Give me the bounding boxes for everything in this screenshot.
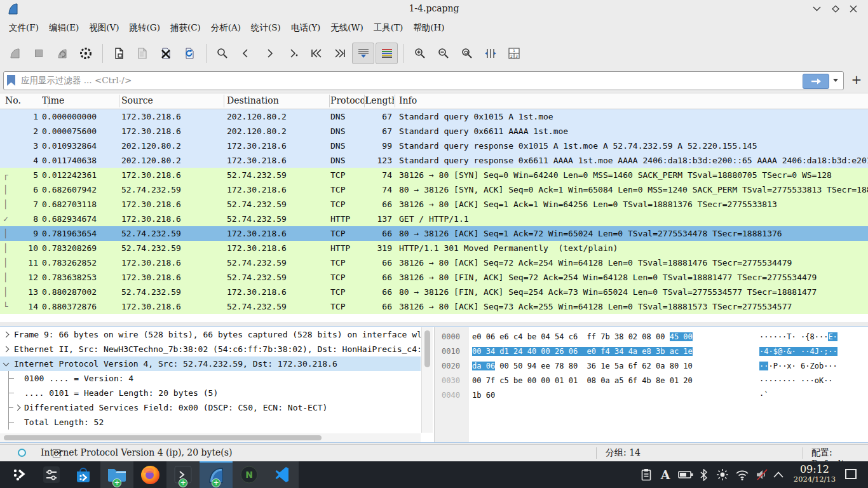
capture-options-icon[interactable]: [74, 43, 97, 64]
detail-line-1[interactable]: Ethernet II, Src: NewH3CTechno_7b:38:02 …: [0, 342, 421, 356]
packet-row-13[interactable]: │130.88028700252.74.232.59172.30.218.6TC…: [0, 285, 868, 299]
tray-clipboard-icon[interactable]: [638, 461, 654, 488]
packet-row-11[interactable]: │110.783262852172.30.218.652.74.232.59TC…: [0, 255, 868, 270]
column-header-info[interactable]: Info: [399, 95, 417, 105]
hex-ascii[interactable]: ······T· ·{8···E·: [759, 330, 837, 344]
filter-dropdown-caret-icon[interactable]: [833, 79, 838, 82]
column-header-no[interactable]: No.: [5, 95, 21, 105]
packet-row-2[interactable]: 20.000075600172.30.218.6202.120.80.2DNS6…: [0, 124, 868, 139]
column-header-source[interactable]: Source: [121, 95, 153, 105]
packet-row-14[interactable]: └140.880372876172.30.218.652.74.232.59TC…: [0, 299, 868, 314]
maximize-icon[interactable]: [829, 3, 843, 15]
menu-item-edit[interactable]: 编辑(E): [44, 20, 84, 36]
tray-battery-icon[interactable]: [676, 461, 695, 488]
taskbar-wireshark-icon[interactable]: +: [200, 461, 233, 488]
hex-ascii[interactable]: ·4·$@·&· ··4J·;··: [759, 344, 837, 359]
save-file-icon[interactable]: [131, 43, 153, 64]
tray-bluetooth-icon[interactable]: [696, 461, 710, 488]
go-forward-icon[interactable]: [258, 43, 280, 64]
scrollbar-thumb[interactable]: [4, 435, 322, 440]
column-separator[interactable]: [48, 95, 48, 107]
column-header-time[interactable]: Time: [42, 95, 64, 105]
hex-bytes[interactable]: 1b 60: [472, 388, 495, 403]
minimize-icon[interactable]: [810, 3, 824, 15]
open-file-icon[interactable]: [107, 43, 130, 64]
taskbar-terminal-icon[interactable]: +: [166, 461, 200, 488]
hex-ascii[interactable]: ···P··x· 6·Zob···: [759, 359, 837, 374]
detail-line-0[interactable]: Frame 9: 66 bytes on wire (528 bits), 66…: [0, 327, 421, 342]
zoom-in-icon[interactable]: [409, 43, 431, 64]
display-filter-input[interactable]: 应用显示过滤器 ... <Ctrl-/>: [3, 71, 844, 90]
detail-line-5[interactable]: Differentiated Services Field: 0x00 (DSC…: [0, 400, 421, 415]
reload-file-icon[interactable]: [178, 43, 200, 64]
show-desktop-button[interactable]: [845, 469, 857, 479]
colorize-toggle-icon[interactable]: [376, 43, 398, 64]
packet-row-1[interactable]: 10.000000000172.30.218.6202.120.80.2DNS6…: [0, 109, 868, 124]
hex-bytes[interactable]: 00 7f c5 be 00 00 01 01 08 0a a5 6f 4b 8…: [472, 374, 693, 388]
column-separator[interactable]: [329, 95, 330, 107]
menu-item-tools[interactable]: 工具(T): [369, 20, 409, 36]
taskbar-launcher-icon[interactable]: [5, 461, 34, 488]
packet-row-10[interactable]: │100.78320826952.74.232.59172.30.218.6HT…: [0, 241, 868, 255]
menu-item-view[interactable]: 视图(V): [84, 20, 124, 36]
filter-add-button[interactable]: +: [849, 72, 864, 87]
taskbar-neovim-icon[interactable]: N: [233, 461, 266, 488]
collapse-icon[interactable]: [3, 360, 10, 367]
packet-row-8[interactable]: ✓80.682934674172.30.218.652.74.232.59HTT…: [0, 212, 868, 226]
menu-item-analyze[interactable]: 分析(A): [206, 20, 246, 36]
go-to-packet-icon[interactable]: [281, 43, 304, 64]
taskbar-app-store-icon[interactable]: [69, 461, 98, 488]
column-header-destination[interactable]: Destination: [227, 95, 279, 105]
menu-item-help[interactable]: 帮助(H): [408, 20, 449, 36]
column-separator[interactable]: [395, 95, 395, 107]
column-header-protocol[interactable]: Protocol: [330, 95, 368, 105]
taskbar-firefox-icon[interactable]: [133, 461, 166, 488]
details-vertical-scrollbar[interactable]: [421, 327, 433, 433]
hex-ascii[interactable]: ·`: [759, 388, 768, 403]
hex-ascii[interactable]: ········ ···oK··: [759, 374, 837, 388]
packet-list-header[interactable]: No.TimeSourceDestinationProtocolLengthIn…: [0, 93, 868, 109]
taskbar-clock[interactable]: 09:12 2024/12/13: [792, 463, 837, 484]
first-packet-icon[interactable]: [305, 43, 327, 64]
close-icon[interactable]: [846, 3, 860, 15]
filter-apply-button[interactable]: [803, 74, 829, 89]
detail-line-4[interactable]: .... 0101 = Header Length: 20 bytes (5): [0, 386, 421, 400]
zoom-out-icon[interactable]: [432, 43, 454, 64]
layout-chooser-icon[interactable]: 123: [503, 43, 525, 64]
packet-row-3[interactable]: 30.010932864202.120.80.2172.30.218.6DNS9…: [0, 139, 868, 153]
details-horizontal-scrollbar[interactable]: [0, 433, 421, 442]
detail-line-3[interactable]: 0100 .... = Version: 4: [0, 371, 421, 386]
menu-item-telephony[interactable]: 电话(Y): [286, 20, 325, 36]
expand-icon[interactable]: [3, 346, 10, 353]
tray-volume-muted-icon[interactable]: [754, 461, 770, 488]
hex-bytes[interactable]: da 06 00 50 94 ee 78 80 36 1e 5a 6f 62 0…: [472, 359, 693, 374]
detail-line-6[interactable]: Total Length: 52: [0, 415, 421, 430]
hex-row-0040[interactable]: 00401b 60·`: [435, 388, 868, 403]
expert-info-icon[interactable]: [18, 449, 26, 457]
column-header-length[interactable]: Length: [365, 95, 394, 105]
hex-row-0000[interactable]: 0000e0 06 e6 c4 be 04 54 c6 ff 7b 38 02 …: [435, 330, 868, 344]
start-capture-icon[interactable]: [4, 43, 26, 64]
expand-icon[interactable]: [3, 332, 10, 338]
restart-capture-icon[interactable]: [51, 43, 73, 64]
hex-row-0020[interactable]: 0020da 06 00 50 94 ee 78 80 36 1e 5a 6f …: [435, 359, 868, 374]
taskbar-vscode-icon[interactable]: [266, 461, 299, 488]
packet-row-7[interactable]: │70.682703118172.30.218.652.74.232.59TCP…: [0, 197, 868, 212]
hex-bytes[interactable]: e0 06 e6 c4 be 04 54 c6 ff 7b 38 02 08 0…: [472, 330, 693, 344]
last-packet-icon[interactable]: [329, 43, 351, 64]
packet-row-5[interactable]: ┌50.012242361172.30.218.652.74.232.59TCP…: [0, 168, 868, 182]
hex-bytes[interactable]: 00 34 d1 24 40 00 26 06 e0 f4 34 4a e8 3…: [472, 344, 693, 359]
filter-bookmark-icon[interactable]: [7, 75, 15, 86]
find-packet-icon[interactable]: [211, 43, 233, 64]
auto-scroll-toggle-icon[interactable]: [352, 43, 374, 64]
stop-capture-icon[interactable]: [27, 43, 50, 64]
menu-item-file[interactable]: 文件(F): [4, 20, 44, 36]
resize-columns-icon[interactable]: [479, 43, 501, 64]
zoom-reset-icon[interactable]: [456, 43, 478, 64]
hex-row-0030[interactable]: 003000 7f c5 be 00 00 01 01 08 0a a5 6f …: [435, 374, 868, 388]
tray-expand-icon[interactable]: [770, 461, 787, 488]
tray-wifi-icon[interactable]: [733, 461, 751, 488]
tray-brightness-icon[interactable]: [714, 461, 731, 488]
packet-row-12[interactable]: │120.783638253172.30.218.652.74.232.59TC…: [0, 270, 868, 285]
taskbar-settings-icon[interactable]: [37, 461, 66, 488]
